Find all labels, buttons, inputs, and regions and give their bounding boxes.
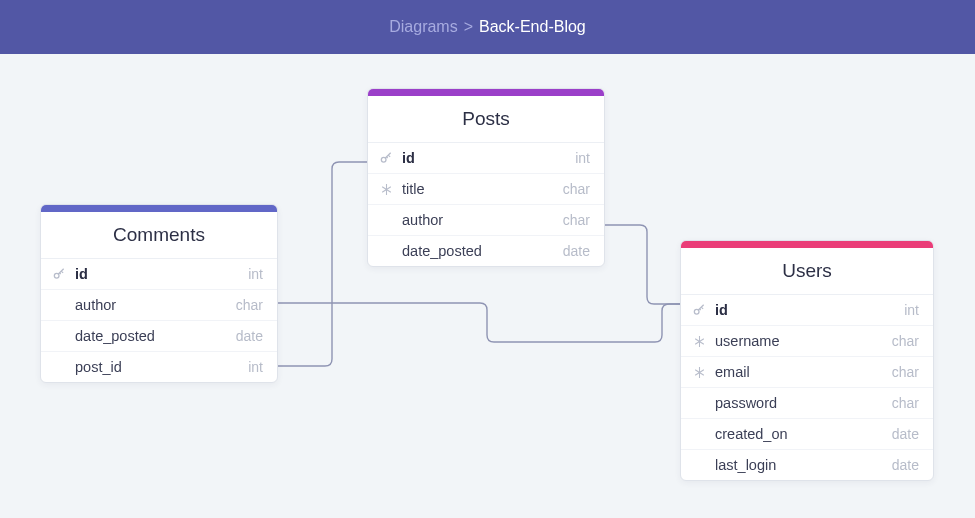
field-type: char xyxy=(236,297,263,313)
field-row[interactable]: authorchar xyxy=(41,290,277,321)
field-type: int xyxy=(248,266,263,282)
table-fields: idintauthorchardate_posteddatepost_idint xyxy=(41,259,277,382)
breadcrumb-current: Back-End-Blog xyxy=(479,18,586,36)
key-icon xyxy=(691,303,707,317)
table-users[interactable]: Users idintusernamecharemailcharpassword… xyxy=(680,240,934,481)
field-row[interactable]: date_posteddate xyxy=(368,236,604,266)
field-name: title xyxy=(402,181,425,197)
field-row[interactable]: passwordchar xyxy=(681,388,933,419)
connector-comments-users xyxy=(278,303,680,342)
breadcrumb-separator: > xyxy=(464,18,473,36)
field-type: int xyxy=(248,359,263,375)
field-row[interactable]: idint xyxy=(368,143,604,174)
connector-comments-posts xyxy=(278,162,367,366)
field-name: author xyxy=(402,212,443,228)
table-title: Users xyxy=(681,248,933,295)
snowflake-icon xyxy=(378,183,394,196)
table-posts[interactable]: Posts idinttitlecharauthorchardate_poste… xyxy=(367,88,605,267)
diagram-canvas[interactable]: Comments idintauthorchardate_posteddatep… xyxy=(0,54,975,518)
snowflake-icon xyxy=(691,366,707,379)
key-icon xyxy=(378,151,394,165)
field-row[interactable]: emailchar xyxy=(681,357,933,388)
field-name: date_posted xyxy=(75,328,155,344)
table-fields: idintusernamecharemailcharpasswordcharcr… xyxy=(681,295,933,480)
field-type: char xyxy=(563,181,590,197)
field-name: post_id xyxy=(75,359,122,375)
field-type: int xyxy=(904,302,919,318)
field-type: char xyxy=(892,364,919,380)
table-comments[interactable]: Comments idintauthorchardate_posteddatep… xyxy=(40,204,278,383)
key-icon xyxy=(51,267,67,281)
table-title: Posts xyxy=(368,96,604,143)
field-name: author xyxy=(75,297,116,313)
connector-posts-users xyxy=(605,225,680,304)
field-row[interactable]: created_ondate xyxy=(681,419,933,450)
field-type: char xyxy=(892,395,919,411)
breadcrumb-root[interactable]: Diagrams xyxy=(389,18,457,36)
field-row[interactable]: idint xyxy=(41,259,277,290)
field-name: created_on xyxy=(715,426,788,442)
field-type: char xyxy=(892,333,919,349)
field-name: last_login xyxy=(715,457,776,473)
field-row[interactable]: titlechar xyxy=(368,174,604,205)
field-name: email xyxy=(715,364,750,380)
field-row[interactable]: usernamechar xyxy=(681,326,933,357)
table-title: Comments xyxy=(41,212,277,259)
table-fields: idinttitlecharauthorchardate_posteddate xyxy=(368,143,604,266)
field-type: date xyxy=(892,457,919,473)
field-type: char xyxy=(563,212,590,228)
field-name: password xyxy=(715,395,777,411)
field-row[interactable]: authorchar xyxy=(368,205,604,236)
table-stripe xyxy=(368,89,604,96)
field-name: username xyxy=(715,333,779,349)
field-type: int xyxy=(575,150,590,166)
breadcrumb-bar: Diagrams > Back-End-Blog xyxy=(0,0,975,54)
table-stripe xyxy=(681,241,933,248)
field-name: date_posted xyxy=(402,243,482,259)
snowflake-icon xyxy=(691,335,707,348)
field-name: id xyxy=(75,266,88,282)
table-stripe xyxy=(41,205,277,212)
field-name: id xyxy=(402,150,415,166)
field-name: id xyxy=(715,302,728,318)
field-row[interactable]: date_posteddate xyxy=(41,321,277,352)
field-row[interactable]: post_idint xyxy=(41,352,277,382)
field-type: date xyxy=(236,328,263,344)
field-type: date xyxy=(563,243,590,259)
field-row[interactable]: idint xyxy=(681,295,933,326)
field-type: date xyxy=(892,426,919,442)
field-row[interactable]: last_logindate xyxy=(681,450,933,480)
